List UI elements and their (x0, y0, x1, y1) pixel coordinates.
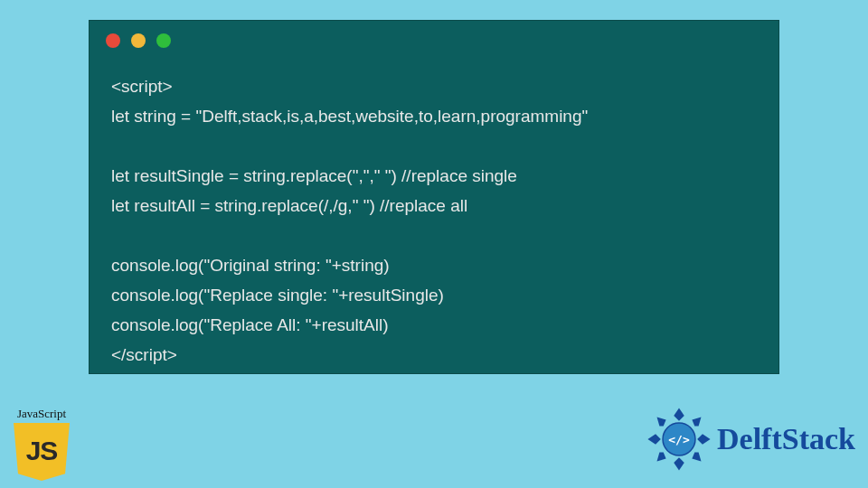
code-line: let resultSingle = string.replace(","," … (111, 166, 517, 185)
maximize-icon (156, 33, 171, 48)
code-snippet-box: <script> let string = "Delft,stack,is,a,… (89, 20, 779, 374)
delftstack-brand-text: DelftStack (717, 422, 855, 456)
svg-text:</>: </> (668, 433, 690, 446)
svg-marker-2 (647, 434, 660, 445)
svg-marker-0 (674, 408, 684, 420)
svg-marker-4 (657, 418, 666, 427)
javascript-shield-text: JS (26, 436, 58, 466)
window-controls (106, 33, 171, 48)
delftstack-emblem-icon: </> (646, 407, 712, 472)
code-line: console.log("Replace All: "+resultAll) (111, 315, 389, 334)
code-content: <script> let string = "Delft,stack,is,a,… (111, 71, 760, 370)
delftstack-logo: </> DelftStack (646, 407, 855, 472)
svg-marker-5 (692, 418, 701, 427)
code-line: console.log("Replace single: "+resultSin… (111, 286, 444, 305)
code-line: <script> (111, 77, 173, 96)
close-icon (106, 33, 120, 48)
minimize-icon (131, 33, 146, 48)
javascript-label: JavaScript (4, 407, 80, 421)
javascript-shield-icon: JS (14, 423, 70, 481)
svg-marker-3 (697, 434, 710, 445)
code-line: console.log("Original string: "+string) (111, 256, 390, 275)
javascript-badge: JavaScript JS (4, 407, 80, 481)
svg-marker-7 (692, 452, 701, 461)
svg-marker-6 (657, 452, 666, 461)
svg-marker-1 (674, 457, 684, 470)
code-line: let string = "Delft,stack,is,a,best,webs… (111, 107, 588, 126)
code-line: let resultAll = string.replace(/,/g," ")… (111, 196, 467, 215)
code-line: </script> (111, 345, 177, 364)
